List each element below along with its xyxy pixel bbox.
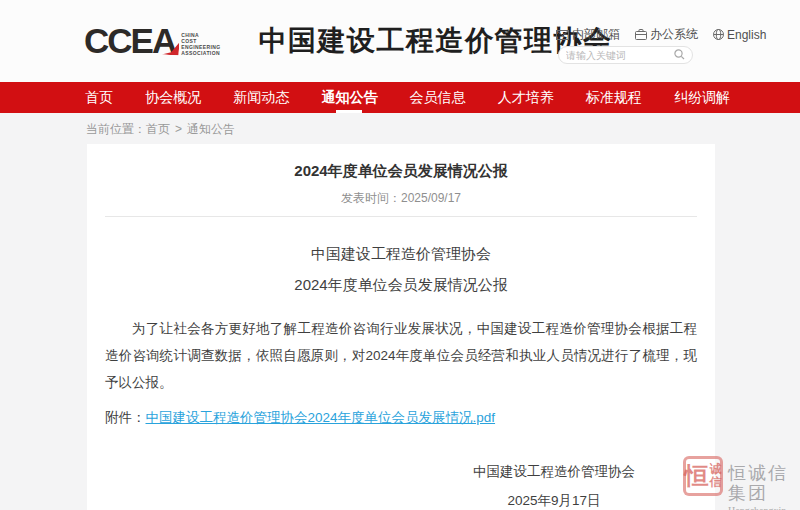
attachment-label: 附件： (105, 410, 146, 425)
article-paragraph: 为了让社会各方更好地了解工程造价咨询行业发展状况，中国建设工程造价管理协会根据工… (105, 315, 697, 396)
title-divider (105, 216, 697, 217)
article-body-title-line: 2024年度单位会员发展情况公报 (97, 275, 705, 295)
internal-mail-label: 内部邮箱 (572, 26, 620, 43)
search-box (558, 46, 693, 64)
globe-icon (713, 29, 724, 40)
ccea-logo-text: CCEA (84, 21, 175, 60)
nav-item-about[interactable]: 协会概况 (145, 82, 201, 113)
english-link[interactable]: English (713, 28, 766, 42)
nav-item-mediation[interactable]: 纠纷调解 (674, 82, 730, 113)
article-card: 2024年度单位会员发展情况公报 发表时间：2025/09/17 中国建设工程造… (87, 144, 715, 510)
nav-item-news[interactable]: 新闻动态 (233, 82, 289, 113)
main-nav: 首页 协会概况 新闻动态 通知公告 会员信息 人才培养 标准规程 纠纷调解 (0, 82, 800, 113)
english-label: English (727, 28, 766, 42)
office-system-link[interactable]: 办公系统 (635, 26, 698, 43)
ccea-logo-subtext: CHINA COST ENGINEERING ASSOCIATION (181, 32, 220, 56)
internal-mail-link[interactable]: 内部邮箱 (556, 26, 620, 43)
breadcrumb-separator: > (175, 122, 182, 136)
breadcrumb: 当前位置：首页>通知公告 (86, 121, 235, 138)
office-system-label: 办公系统 (650, 26, 698, 43)
attachment-line: 附件：中国建设工程造价管理协会2024年度单位会员发展情况.pdf (105, 409, 697, 427)
ccea-logo: CCEA (84, 22, 175, 60)
article-title: 2024年度单位会员发展情况公报 (97, 144, 705, 181)
breadcrumb-prefix: 当前位置： (86, 122, 146, 136)
watermark-name: 恒诚信集团 (728, 463, 800, 503)
site-header: CCEA CHINA COST ENGINEERING ASSOCIATION … (0, 0, 800, 82)
article-body-org-line: 中国建设工程造价管理协会 (97, 244, 705, 264)
publish-date-label: 发表时间： (341, 191, 401, 205)
logo-subtext-line: ASSOCIATION (181, 50, 220, 56)
nav-item-standards[interactable]: 标准规程 (586, 82, 642, 113)
briefcase-icon (635, 29, 647, 40)
publish-date-line: 发表时间：2025/09/17 (97, 190, 705, 206)
nav-item-notices[interactable]: 通知公告 (321, 82, 377, 113)
search-icon[interactable] (674, 46, 685, 64)
signature-org: 中国建设工程造价管理协会 (473, 463, 635, 481)
signature-block: 中国建设工程造价管理协会 2025年9月17日 (473, 463, 635, 510)
breadcrumb-current-link[interactable]: 通知公告 (187, 122, 235, 136)
nav-item-training[interactable]: 人才培养 (498, 82, 554, 113)
site-logo[interactable]: CCEA CHINA COST ENGINEERING ASSOCIATION … (84, 21, 613, 61)
search-input[interactable] (566, 50, 674, 61)
main-nav-items: 首页 协会概况 新闻动态 通知公告 会员信息 人才培养 标准规程 纠纷调解 (85, 82, 730, 113)
mail-icon (556, 30, 569, 40)
nav-item-members[interactable]: 会员信息 (410, 82, 466, 113)
topbar-links: 内部邮箱 办公系统 English (556, 26, 766, 43)
watermark-name-en: Hengchengxin Group (728, 505, 800, 510)
watermark-text: 恒诚信集团 Hengchengxin Group (728, 456, 800, 510)
nav-item-home[interactable]: 首页 (85, 82, 113, 113)
publish-date-value: 2025/09/17 (401, 191, 461, 205)
attachment-pdf-link[interactable]: 中国建设工程造价管理协会2024年度单位会员发展情况.pdf (146, 410, 496, 425)
signature-date: 2025年9月17日 (473, 492, 635, 510)
breadcrumb-home-link[interactable]: 首页 (146, 122, 170, 136)
